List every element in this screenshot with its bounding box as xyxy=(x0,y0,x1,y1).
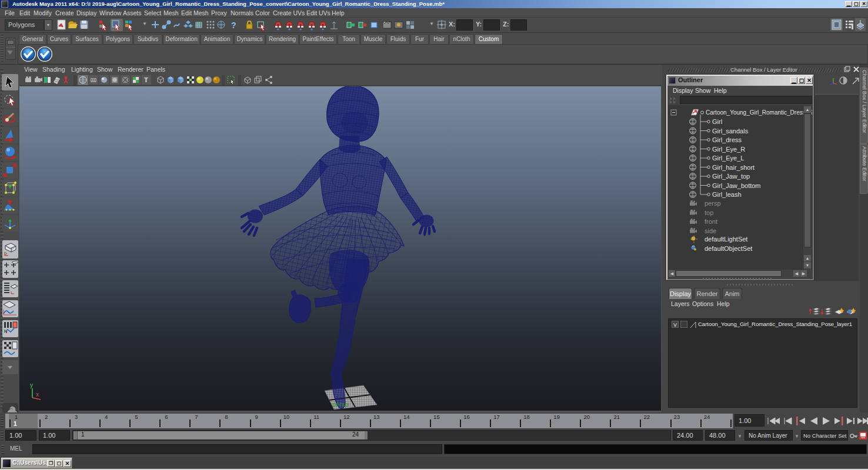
svg-text:top: top xyxy=(705,209,713,216)
svg-text:Girl_Eye_R: Girl_Eye_R xyxy=(712,146,745,153)
svg-text:Girl: Girl xyxy=(712,118,722,125)
svg-text:Girl_leash: Girl_leash xyxy=(712,191,742,198)
svg-text:T: T xyxy=(144,76,148,83)
svg-text:Girl_Eye_L: Girl_Eye_L xyxy=(712,155,744,162)
svg-text:persp: persp xyxy=(705,200,721,207)
svg-text:defaultLightSet: defaultLightSet xyxy=(705,236,747,243)
svg-text:Girl_sandals: Girl_sandals xyxy=(712,127,749,135)
svg-text:persp: persp xyxy=(332,401,349,408)
svg-text:x: x xyxy=(36,391,39,398)
svg-text:Girl_Jaw_bottom: Girl_Jaw_bottom xyxy=(712,182,761,189)
svg-text:Cartoon_Young_Girl_Romantic_Dr: Cartoon_Young_Girl_Romantic_Dress_Standi… xyxy=(706,109,812,116)
svg-text:y: y xyxy=(30,382,33,388)
svg-text:Girl_hair_short: Girl_hair_short xyxy=(712,164,755,171)
svg-text:Girl_Jaw_top: Girl_Jaw_top xyxy=(712,173,750,180)
svg-text:Girl_dress: Girl_dress xyxy=(712,136,742,143)
svg-text:front: front xyxy=(705,218,717,225)
svg-text:?: ? xyxy=(231,21,236,30)
svg-text:defaultObjectSet: defaultObjectSet xyxy=(705,245,752,252)
svg-text:side: side xyxy=(705,227,716,234)
